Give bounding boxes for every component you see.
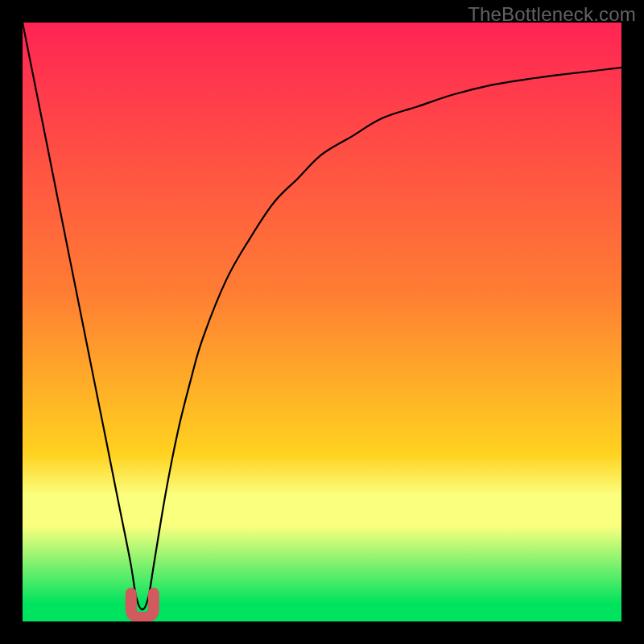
plot-area [23, 23, 621, 621]
chart-frame: TheBottleneck.com [0, 0, 644, 644]
chart-svg [23, 23, 621, 621]
gradient-bg [23, 23, 621, 621]
